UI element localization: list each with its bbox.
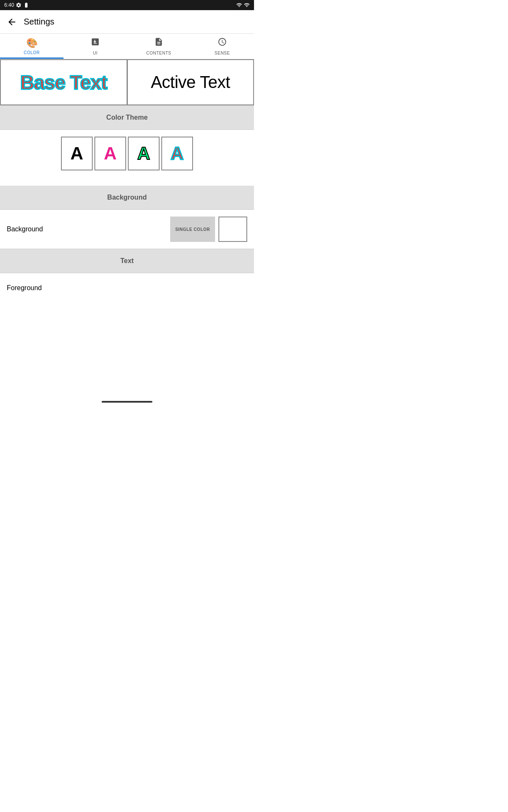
active-text-preview[interactable]: Active Text (127, 59, 254, 105)
app-bar: Settings (0, 10, 254, 34)
status-time: 6:40 (4, 2, 14, 8)
theme-options-row: A A A A (0, 130, 254, 177)
color-theme-title: Color Theme (106, 114, 148, 121)
theme-a-black-icon: A (70, 143, 83, 164)
theme-a-red-icon: A (171, 143, 183, 164)
tab-ui-label: UI (93, 51, 98, 55)
tab-color[interactable]: 🎨 COLOR (0, 34, 64, 59)
status-bar: 6:40 (0, 0, 254, 10)
clock-circle-icon (218, 37, 227, 49)
tab-color-label: COLOR (24, 50, 40, 55)
single-color-button[interactable]: SINGLE COLOR (170, 217, 215, 242)
foreground-label: Foreground (7, 284, 42, 292)
tab-sense-label: SENSE (215, 51, 230, 55)
wifi-icon (236, 2, 242, 8)
tab-contents-label: CONTENTS (146, 51, 171, 55)
spacer-1 (0, 177, 254, 186)
page-title: Settings (24, 17, 54, 27)
foreground-setting-row: Foreground (0, 273, 254, 303)
theme-option-red[interactable]: A (161, 137, 193, 170)
background-control: SINGLE COLOR (170, 217, 247, 242)
theme-a-green-icon: A (137, 143, 150, 164)
status-bar-right (236, 2, 250, 8)
theme-option-pink[interactable]: A (94, 137, 126, 170)
text-section-header: Text (0, 249, 254, 273)
theme-option-green[interactable]: A (128, 137, 160, 170)
background-color-swatch[interactable] (218, 217, 247, 242)
battery-icon (23, 2, 29, 8)
home-indicator (102, 401, 152, 403)
status-bar-left: 6:40 (4, 2, 29, 8)
background-label: Background (7, 225, 43, 233)
tab-ui[interactable]: UI (64, 34, 127, 59)
preview-row: Base Text Active Text (0, 59, 254, 106)
background-section-header: Background (0, 186, 254, 209)
theme-option-black[interactable]: A (61, 137, 93, 170)
active-text-label: Active Text (151, 73, 230, 92)
back-button[interactable] (7, 17, 17, 27)
download-box-icon (91, 37, 100, 49)
background-title: Background (107, 194, 146, 201)
text-title: Text (120, 257, 134, 265)
theme-a-pink-icon: A (104, 143, 116, 164)
gear-icon (16, 2, 22, 8)
tab-contents[interactable]: CONTENTS (127, 34, 190, 59)
tab-sense[interactable]: SENSE (190, 34, 254, 59)
base-text-label: Base Text (20, 71, 107, 94)
color-theme-section-header: Color Theme (0, 106, 254, 129)
palette-icon: 🎨 (26, 38, 38, 49)
tab-bar: 🎨 COLOR UI CONTENTS SENSE (0, 34, 254, 59)
file-text-icon (154, 37, 163, 49)
base-text-preview[interactable]: Base Text (0, 59, 127, 105)
signal-icon (244, 2, 250, 8)
background-setting-row: Background SINGLE COLOR (0, 210, 254, 249)
